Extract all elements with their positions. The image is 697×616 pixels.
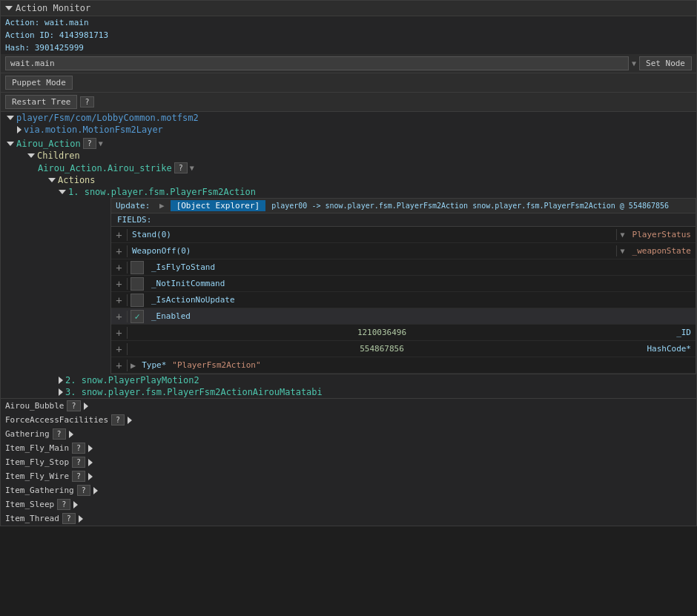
item-sleep-help-btn[interactable]: ? — [57, 499, 70, 510]
field-row-isflytostand: + _IsFlyToStand — [111, 259, 696, 276]
type-expand-icon[interactable]: ▶ — [131, 360, 136, 371]
item-thread-expand-icon[interactable] — [79, 515, 83, 523]
hash-row-info: Hash: 3901425999 — [1, 42, 696, 54]
fields-label: FIELDS: — [111, 213, 696, 227]
action1-collapse-icon[interactable] — [59, 190, 66, 194]
field-row-notinitcommand: + _NotInitCommand — [111, 276, 696, 292]
airou-strike-dropdown-icon[interactable]: ▼ — [190, 164, 194, 172]
sidebar-item-item-fly-wire[interactable]: Item_Fly_Wire ? — [1, 469, 696, 483]
field-plus-id[interactable]: + — [111, 327, 128, 339]
item-fly-wire-label: Item_Fly_Wire — [5, 471, 69, 481]
id-label: _ID — [636, 326, 696, 339]
collapse-icon[interactable] — [5, 6, 13, 10]
airou-action-collapse-icon[interactable] — [7, 142, 14, 146]
tree-path1-row: player/Fsm/com/LobbyCommon.motfsm2 — [1, 112, 696, 124]
field-plus-type[interactable]: + — [111, 360, 128, 371]
dropdown-arrow-icon: ▼ — [632, 59, 636, 67]
puppet-mode-button[interactable]: Puppet Mode — [5, 76, 73, 90]
action-monitor-panel: Action Monitor Action: wait.main Action … — [0, 0, 697, 526]
item-gathering-expand-icon[interactable] — [93, 487, 98, 494]
puppet-mode-row: Puppet Mode — [1, 73, 696, 93]
obj-explorer-button[interactable]: [Object Explorer] — [171, 200, 266, 211]
action-id-row: Action ID: 4143981713 — [1, 29, 696, 42]
sidebar-item-forceaccess[interactable]: ForceAccessFacilities ? — [1, 413, 696, 427]
forceaccess-help-btn[interactable]: ? — [111, 414, 125, 425]
airou-action-dropdown-icon[interactable]: ▼ — [99, 139, 103, 148]
field-plus-notinitcommand[interactable]: + — [111, 278, 128, 290]
item-sleep-label: Item_Sleep — [5, 500, 54, 509]
set-node-button[interactable]: Set Node — [639, 56, 692, 70]
airou-bubble-expand-icon[interactable] — [84, 403, 88, 410]
field-name-isflytostand: _IsFlyToStand — [147, 261, 696, 274]
gathering-label: Gathering — [5, 429, 50, 439]
id-value: 1210036496 — [128, 326, 636, 339]
item-fly-main-help-btn[interactable]: ? — [72, 443, 85, 454]
sidebar-item-item-gathering[interactable]: Item_Gathering ? — [1, 483, 696, 497]
item-gathering-label: Item_Gathering — [5, 486, 74, 495]
item-thread-help-btn[interactable]: ? — [62, 513, 76, 524]
path2-expand-icon[interactable] — [17, 126, 22, 133]
action3-expand-icon[interactable] — [59, 388, 63, 396]
forceaccess-expand-icon[interactable] — [128, 417, 132, 424]
path1-collapse-icon[interactable] — [7, 116, 14, 120]
airou-bubble-help-btn[interactable]: ? — [67, 400, 80, 411]
field-plus-isactionnooupdate[interactable]: + — [111, 294, 128, 306]
gathering-expand-icon[interactable] — [69, 431, 73, 438]
item-fly-main-expand-icon[interactable] — [88, 445, 93, 452]
children-row: Children — [1, 150, 696, 162]
airou-strike-row: Airou_Action.Airou_strike ? ▼ — [1, 162, 696, 174]
item-fly-wire-expand-icon[interactable] — [88, 473, 93, 480]
tree-path2-label: via.motion.MotionFsm2Layer — [24, 125, 163, 135]
sidebar-item-item-fly-stop[interactable]: Item_Fly_Stop ? — [1, 455, 696, 469]
wait-main-input[interactable] — [5, 56, 629, 70]
action1-row: 1. snow.player.fsm.PlayerFsm2Action — [1, 186, 696, 198]
fields-area: Update: ▶ [Object Explorer] player00 -> … — [110, 198, 696, 374]
action2-label: 2. snow.PlayerPlayMotion2 — [65, 375, 199, 385]
sidebar-item-item-sleep[interactable]: Item_Sleep ? — [1, 497, 696, 511]
field-plus-stand[interactable]: + — [111, 229, 128, 241]
action-name-row: Action: wait.main — [1, 16, 696, 29]
restart-tree-button[interactable]: Restart Tree — [5, 95, 77, 109]
item-fly-wire-help-btn[interactable]: ? — [72, 471, 85, 482]
actions-collapse-icon[interactable] — [48, 178, 56, 182]
sidebar-item-item-thread[interactable]: Item_Thread ? — [1, 511, 696, 526]
checkbox-enabled[interactable]: ✓ — [131, 310, 144, 323]
restart-tree-row: Restart Tree ? — [1, 93, 696, 112]
sidebar-item-gathering[interactable]: Gathering ? — [1, 427, 696, 441]
gathering-help-btn[interactable]: ? — [53, 428, 66, 440]
wait-main-row: ▼ Set Node — [1, 54, 696, 73]
field-name-stand: Stand(0) — [128, 228, 616, 241]
obj-explorer-desc: player00 -> snow.player.fsm.PlayerFsm2Ac… — [271, 202, 669, 210]
field-row-isactionnooupdate: + _IsActionNoUpdate — [111, 292, 696, 308]
sidebar-item-airou-bubble[interactable]: Airou_Bubble ? — [1, 399, 696, 413]
field-plus-weaponoff[interactable]: + — [111, 245, 128, 257]
field-label-weaponstate: _weaponState — [628, 245, 696, 257]
type-value: "PlayerFsm2Action" — [169, 359, 263, 371]
action2-expand-icon[interactable] — [59, 377, 63, 384]
item-gathering-help-btn[interactable]: ? — [77, 485, 90, 496]
field-plus-enabled[interactable]: + — [111, 311, 128, 322]
tree-path2-row: via.motion.MotionFsm2Layer — [1, 124, 696, 136]
field-name-enabled: _Enabled — [147, 310, 696, 322]
item-sleep-expand-icon[interactable] — [73, 501, 78, 509]
airou-strike-help-btn[interactable]: ? — [174, 162, 188, 173]
stand-dropdown-icon[interactable]: ▼ — [617, 229, 627, 240]
checkbox-isactionnooupdate[interactable] — [131, 294, 144, 307]
sidebar-item-item-fly-main[interactable]: Item_Fly_Main ? — [1, 441, 696, 455]
airou-action-help-btn[interactable]: ? — [83, 138, 96, 149]
field-row-weaponoff: + WeaponOff(0) ▼ _weaponState — [111, 243, 696, 259]
panel-header: Action Monitor — [1, 1, 696, 16]
action3-label: 3. snow.player.fsm.PlayerFsm2ActionAirou… — [65, 387, 323, 397]
checkbox-isflytostand[interactable] — [131, 261, 144, 274]
action1-label: 1. snow.player.fsm.PlayerFsm2Action — [68, 187, 256, 197]
item-fly-stop-help-btn[interactable]: ? — [72, 457, 85, 468]
children-collapse-icon[interactable] — [27, 153, 35, 158]
field-plus-isflytostand[interactable]: + — [111, 262, 128, 274]
item-fly-stop-expand-icon[interactable] — [88, 459, 93, 466]
restart-tree-help-button[interactable]: ? — [80, 96, 93, 107]
field-name-weaponoff: WeaponOff(0) — [128, 245, 616, 257]
weaponoff-dropdown-icon[interactable]: ▼ — [617, 245, 627, 256]
field-plus-hashcode[interactable]: + — [111, 343, 128, 355]
update-row: Update: ▶ [Object Explorer] player00 -> … — [111, 199, 696, 213]
checkbox-notinitcommand[interactable] — [131, 277, 144, 291]
